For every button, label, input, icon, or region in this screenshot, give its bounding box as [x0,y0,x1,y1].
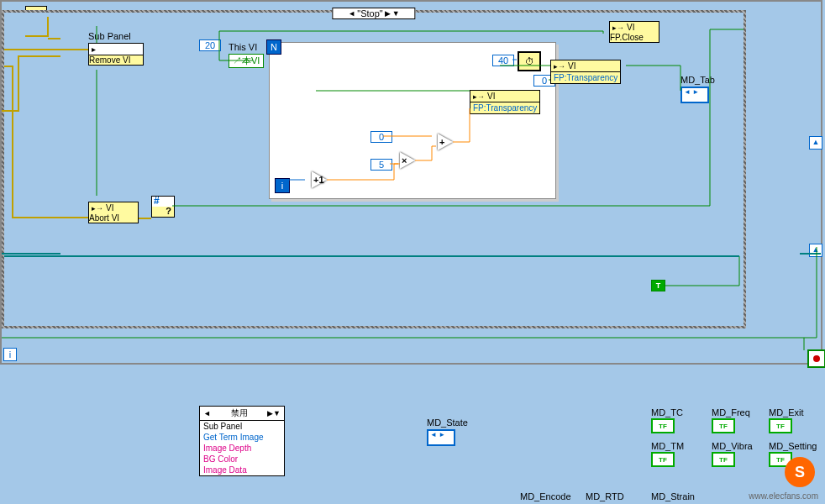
const-timer[interactable]: 40 [492,55,514,66]
md-tm-terminal[interactable]: TF [651,452,675,467]
disabled-diagram-structure[interactable]: ◄ 禁用 ▶▼ Sub Panel Get Term Image Image D… [199,406,285,476]
for-loop-i: i [275,178,290,193]
invoke-arrow-icon: ▸→ [473,92,485,101]
const-zero[interactable]: 0 [370,131,392,143]
clear-errors-icon[interactable] [151,196,175,218]
case-structure: ◄ "Stop" ▶ ▼ Sub Panel ▸ Remove VI This … [2,10,746,328]
shift-register-right-2[interactable]: ▲ [809,244,822,257]
disabled-row-3: Image Data [200,465,284,475]
add-op[interactable]: + [438,134,453,150]
case-prev-icon[interactable]: ◄ [348,9,355,18]
wait-timer-icon[interactable]: ⏱ [518,51,541,71]
case-selector[interactable]: ◄ "Stop" ▶ ▼ [332,8,415,19]
watermark-text: www.elecfans.com [749,491,818,501]
md-tab-label: MD_Tab [680,75,715,85]
md-exit-label: MD_Exit [769,407,804,417]
const-five[interactable]: 5 [370,159,392,171]
invoke-icon: ▸ [92,45,96,54]
md-strain-label: MD_Strain [651,491,695,501]
md-vibra-terminal[interactable]: TF [712,452,735,467]
sub-panel-label: Sub Panel [88,31,131,41]
loop-stop-terminal[interactable] [807,349,825,368]
site-logo-icon: S [785,457,815,487]
fp-transparency-node-2[interactable]: ▸→VI FP:Transparency [550,60,621,84]
md-freq-terminal[interactable]: TF [712,418,735,433]
md-encode-label: MD_Encode [520,491,571,501]
multiply-op[interactable]: × [400,152,415,169]
for-loop: N i 40 ⏱ ▸→VI FP:Transparency 0 5 +1 × + [269,42,556,199]
md-tc-label: MD_TC [651,407,683,417]
const-n[interactable]: 20 [199,39,221,51]
md-vibra-label: MD_Vibra [712,441,753,451]
md-tab-terminal[interactable] [680,87,709,103]
disabled-selector: 禁用 [231,407,248,419]
case-selector-label: "Stop" [357,8,382,18]
md-tm-label: MD_TM [651,441,684,451]
md-state-label: MD_State [427,417,468,428]
this-vi-ref[interactable]: ↗本VI [229,54,264,68]
md-freq-label: MD_Freq [712,407,750,417]
fp-transparency-node-1[interactable]: ▸→VI FP:Transparency [470,90,540,114]
md-state-terminal[interactable] [427,429,455,446]
disabled-next-icon[interactable]: ▶▼ [267,409,281,417]
abort-vi-invoke[interactable]: ▸→VI Abort VI [88,202,139,223]
true-constant[interactable]: T [651,280,665,291]
for-loop-n[interactable]: N [266,39,281,55]
invoke-arrow-icon-4: ▸→ [92,204,103,213]
md-exit-terminal[interactable]: TF [769,418,792,433]
case-next-icon[interactable]: ▶ [385,9,391,18]
disabled-title: Sub Panel [200,421,284,432]
sub-panel-method: Remove VI [89,55,143,65]
disabled-row-2: BG Color [200,454,284,465]
shift-register-right[interactable]: ▲ [809,136,822,150]
invoke-arrow-icon-3: ▸→ [612,24,624,32]
disabled-row-0: Get Term Image [200,432,284,443]
md-tc-terminal[interactable]: TF [651,418,675,433]
md-setting-label: MD_Setting [769,441,817,451]
invoke-arrow-icon-2: ▸→ [554,62,565,71]
while-loop: i ▲ ▲ ◄ "Stop" ▶ ▼ Sub Panel ▸ Remove VI… [0,0,822,365]
disabled-row-1: Image Depth [200,443,284,454]
sub-panel-invoke[interactable]: ▸ Remove VI [88,43,144,66]
loop-iteration-terminal: i [3,348,17,361]
case-dropdown-icon[interactable]: ▼ [392,9,400,18]
md-rtd-label: MD_RTD [586,491,624,501]
increment-op[interactable]: +1 [312,171,327,188]
fp-close-invoke[interactable]: ▸→VI FP.Close [609,21,659,43]
disabled-prev-icon[interactable]: ◄ [203,409,211,417]
this-vi-label: This VI [229,42,257,52]
